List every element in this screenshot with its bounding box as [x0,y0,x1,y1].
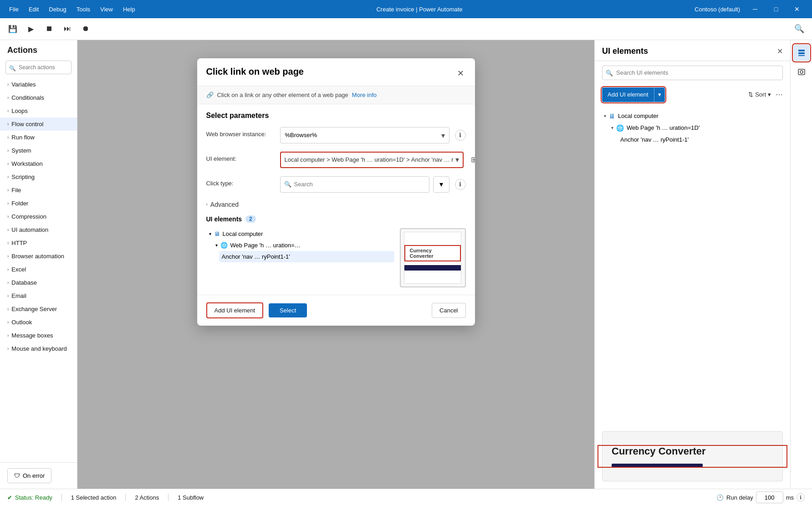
titlebar-right: Contoso (default) ─ □ ✕ [695,0,812,18]
layers-icon[interactable]: ⊞ [471,155,475,164]
record-button[interactable]: ⏺ [77,20,94,37]
web-page-label: Web Page 'h … uration=1D' [627,124,700,131]
sidebar-item-conditionals[interactable]: ›Conditionals [0,91,77,104]
currency-converter-preview-title: Currency Converter [612,445,706,457]
advanced-toggle[interactable]: › Advanced [206,201,466,208]
on-error-button[interactable]: 🛡 On error [7,468,51,483]
search-ui-elements-input[interactable] [602,66,783,80]
sidebar-item-database[interactable]: ›Database [0,276,77,289]
selected-action-text: 1 Selected action [71,494,117,501]
add-ui-element-main-action[interactable]: Add UI element [602,87,654,102]
tree-item-web-page[interactable]: ▾ 🌐 Web Page 'h … uration=… [213,240,394,251]
menu-file[interactable]: File [5,4,23,15]
image-icon [797,68,806,76]
sidebar-item-flow-control[interactable]: ›Flow control [0,118,77,131]
more-info-link[interactable]: More info [352,92,377,98]
sidebar-item-exchange-server[interactable]: ›Exchange Server [0,302,77,316]
select-parameters-title: Select parameters [206,112,466,120]
link-icon: 🔗 [206,92,214,98]
ui-element-actions: ⊞ [471,155,475,164]
sidebar-item-excel[interactable]: ›Excel [0,263,77,276]
select-button[interactable]: Select [269,303,307,317]
sidebar-item-workstation[interactable]: ›Workstation [0,157,77,170]
window-controls: ─ □ ✕ [745,0,807,18]
sort-button[interactable]: ⇅ Sort ▾ [748,91,771,98]
sidebar-item-compression[interactable]: ›Compression [0,210,77,223]
preview-dark-bar [404,265,461,271]
right-panel-close-button[interactable]: ✕ [777,47,783,56]
add-ui-element-panel-button[interactable]: Add UI element ▾ [602,87,665,102]
menu-debug[interactable]: Debug [44,4,71,15]
svg-rect-1 [798,52,805,54]
menu-tools[interactable]: Tools [72,4,95,15]
svg-rect-0 [798,50,805,51]
screenshot-icon-button[interactable] [793,64,810,80]
sidebar-item-run-flow[interactable]: ›Run flow [0,131,77,144]
search-button[interactable]: 🔍 [791,20,807,37]
menu-edit[interactable]: Edit [24,4,43,15]
click-type-dropdown-arrow[interactable]: ▾ [433,176,449,193]
ui-elements-tree-container: ▾ 🖥 Local computer ▾ 🌐 Web Page 'h … ura… [206,228,466,287]
click-type-row: Click type: 🔍 ▾ ℹ [206,176,466,193]
tree-item-local-computer[interactable]: ▾ 🖥 Local computer [206,228,394,240]
chevron-down-icon: ▾ [209,231,211,236]
sidebar-item-ui-automation[interactable]: ›UI automation [0,223,77,236]
save-button[interactable]: 💾 [5,20,21,37]
sidebar-item-variables[interactable]: ›Variables [0,78,77,91]
ui-element-selector[interactable]: Local computer > Web Page 'h … uration=1… [280,152,464,168]
ui-elements-section-header: UI elements 2 [206,215,466,223]
panel-tree-local-computer[interactable]: ▾ 🖥 Local computer [602,110,783,122]
run-delay-group: 🕐 Run delay ms ℹ [716,491,805,503]
monitor-icon: 🖥 [214,230,220,237]
run-button[interactable]: ▶ [23,20,39,37]
add-ui-element-dropdown-arrow[interactable]: ▾ [654,87,665,102]
more-options-button[interactable]: ⋯ [776,90,783,99]
actions-sidebar: Actions 🔍 ›Variables ›Conditionals ›Loop… [0,40,77,489]
actions-count-text: 2 Actions [135,494,159,501]
sidebar-title: Actions [0,40,77,59]
sidebar-item-mouse-keyboard[interactable]: ›Mouse and keyboard [0,342,77,355]
panel-tree-anchor[interactable]: Anchor 'nav … ryPoint1-1' [602,134,783,145]
svg-rect-3 [798,69,805,75]
ui-elements-icon-button[interactable] [793,45,810,61]
modal-close-button[interactable]: ✕ [455,66,466,80]
sidebar-item-email[interactable]: ›Email [0,289,77,302]
status-indicator: ✔ Status: Ready [7,494,52,501]
add-ui-element-button[interactable]: Add UI element [206,302,264,318]
search-icon: 🔍 [284,181,291,188]
sidebar-item-folder[interactable]: ›Folder [0,197,77,210]
web-browser-control: %Browser% ▾ [280,127,449,143]
cancel-button[interactable]: Cancel [432,303,465,318]
ms-label: ms [786,494,794,501]
advanced-label: Advanced [210,201,239,208]
sort-label: Sort [755,91,766,98]
web-browser-select[interactable]: %Browser% [280,127,449,143]
step-button[interactable]: ⏭ [59,20,76,37]
sidebar-item-message-boxes[interactable]: ›Message boxes [0,329,77,342]
anchor-label: Anchor 'nav … ryPoint1-1' [620,136,689,143]
web-page-label: Web Page 'h … uration=… [230,242,301,249]
sidebar-item-outlook[interactable]: ›Outlook [0,316,77,329]
stop-button[interactable]: ⏹ [41,20,57,37]
minimize-button[interactable]: ─ [745,0,766,18]
web-browser-info-icon[interactable]: ℹ [455,130,466,141]
sidebar-item-browser-automation[interactable]: ›Browser automation [0,250,77,263]
sidebar-item-loops[interactable]: ›Loops [0,104,77,118]
panel-tree-web-page[interactable]: ▾ 🌐 Web Page 'h … uration=1D' [602,122,783,134]
click-type-search-input[interactable] [291,181,425,188]
close-button[interactable]: ✕ [786,0,807,18]
titlebar-menus: File Edit Debug Tools View Help [0,4,144,15]
sidebar-item-system[interactable]: ›System [0,144,77,157]
menu-help[interactable]: Help [118,4,140,15]
click-type-info-icon[interactable]: ℹ [455,179,466,190]
sidebar-item-file[interactable]: ›File [0,184,77,197]
sidebar-item-scripting[interactable]: ›Scripting [0,170,77,184]
chevron-down-icon: ▾ [215,243,218,248]
menu-view[interactable]: View [96,4,117,15]
tree-item-anchor[interactable]: Anchor 'nav … ryPoint1-1' [219,251,394,262]
run-delay-input[interactable] [756,491,783,503]
sidebar-item-http[interactable]: ›HTTP [0,236,77,250]
run-delay-info-icon[interactable]: ℹ [797,493,805,501]
maximize-button[interactable]: □ [766,0,786,18]
ui-element-value: Local computer > Web Page 'h … uration=1… [285,156,454,163]
